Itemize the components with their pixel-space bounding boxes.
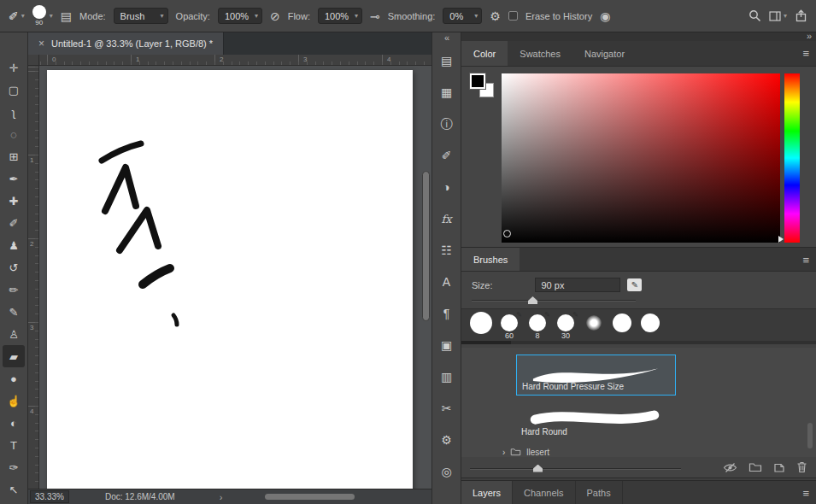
properties-icon[interactable]: ◑ [436, 176, 458, 198]
tab-paths[interactable]: Paths [576, 481, 623, 504]
brush-folder-row[interactable]: › llesert [502, 445, 549, 457]
horizontal-scrollbar[interactable] [265, 494, 355, 500]
direct-selection-tool[interactable]: ↖ [3, 478, 25, 501]
foreground-color-swatch[interactable] [470, 73, 485, 89]
collapse-panels-button[interactable]: « [432, 32, 461, 43]
toggle-preview-button[interactable] [723, 462, 737, 475]
document-tab[interactable]: × Untitled-1 @ 33.3% (Layer 1, RGB/8) * [28, 32, 224, 55]
move-tool[interactable]: ✛ [3, 56, 25, 79]
mixer-brush-tool[interactable]: ✎ [3, 301, 25, 323]
status-expand-chevron[interactable]: › [220, 492, 223, 502]
opacity-select[interactable]: 100% ▾ [218, 8, 262, 24]
tool-presets-icon[interactable]: ✂ [436, 397, 458, 419]
histogram-icon[interactable]: ◎ [436, 460, 458, 483]
paragraph-icon[interactable]: ¶ [436, 302, 458, 325]
eraser-tool[interactable]: ▰ [3, 345, 25, 367]
hue-slider[interactable] [784, 73, 800, 243]
brush-settings-edit-button[interactable]: ✎ [627, 278, 642, 291]
presets-scrollbar-thumb[interactable] [461, 341, 511, 344]
expand-panels-button[interactable]: » [807, 31, 811, 41]
brush-settings-icon[interactable]: ✐ [436, 144, 458, 167]
brush-list-item[interactable]: Hard Round Pressure Size [516, 355, 676, 396]
glyphs-icon[interactable]: ⚙ [436, 429, 458, 451]
brush-list-item[interactable]: Hard Round [516, 399, 676, 440]
presets-scrollbar[interactable] [461, 341, 816, 344]
brush-preset[interactable] [583, 312, 605, 339]
brush-preset[interactable]: ✎ 8 [526, 312, 549, 340]
canvas[interactable] [47, 70, 413, 489]
ruler-number: 2 [30, 240, 33, 248]
lasso-tool[interactable]: ʅ [3, 101, 25, 123]
vertical-scrollbar[interactable] [422, 171, 430, 321]
stroke-preview-slider[interactable] [470, 464, 681, 473]
marquee-tool[interactable]: ▢ [3, 79, 25, 101]
search-button[interactable] [748, 9, 761, 22]
brush-preset[interactable]: ✎ 30 [555, 312, 577, 340]
share-button[interactable] [795, 9, 807, 23]
slider-thumb[interactable] [528, 296, 537, 304]
slider-thumb[interactable] [533, 465, 543, 472]
panel-menu-icon[interactable]: ≡ [802, 487, 809, 500]
pattern-stamp-tool[interactable]: ♙ [3, 323, 25, 345]
delete-brush-button[interactable] [796, 461, 807, 475]
healing-brush-tool[interactable]: ✚ [3, 190, 25, 212]
notes-icon[interactable]: ▥ [436, 366, 458, 388]
lasso-icon: ʅ [13, 107, 15, 118]
tab-color[interactable]: Color [461, 41, 508, 66]
brush-preset[interactable] [611, 312, 633, 341]
tab-layers[interactable]: Layers [461, 481, 513, 504]
flow-select[interactable]: 100% ▾ [318, 8, 362, 24]
tool-preset-dropdown[interactable]: ✐ ▾ [9, 9, 25, 23]
eyedropper-tool[interactable]: ✒ [3, 167, 25, 190]
erase-to-history-checkbox[interactable] [508, 11, 518, 21]
close-icon[interactable]: × [38, 38, 44, 50]
airbrush-button[interactable]: ⊸ [370, 10, 380, 22]
brush-size-slider[interactable] [472, 296, 636, 305]
opacity-pressure-button[interactable]: ⊘ [270, 10, 280, 22]
brush-size-field[interactable]: 90 px [535, 278, 620, 292]
new-brush-button[interactable] [773, 462, 785, 475]
pencil-tool[interactable]: ✏ [3, 278, 25, 301]
workspace-switcher[interactable]: ▾ [769, 11, 787, 21]
character-icon[interactable]: A [436, 271, 458, 293]
brush-preset-picker[interactable]: 90 ▾ [32, 5, 53, 26]
smoothing-gear-button[interactable]: ⚙ [490, 10, 501, 22]
brush-preset[interactable]: ✎ 60 [498, 312, 520, 340]
dodge-tool[interactable]: ◐ [3, 412, 25, 434]
presets-icon[interactable]: ▤ [436, 50, 458, 72]
brush-settings-toggle-button[interactable]: ▤ [61, 10, 72, 22]
brush-list-scrollbar[interactable] [807, 423, 813, 448]
brush-tool[interactable]: ✐ [3, 212, 25, 234]
blur-tool[interactable]: ● [3, 367, 25, 390]
hue-slider-marker[interactable] [778, 236, 784, 243]
crop-tool[interactable]: ⊞ [3, 145, 25, 167]
saturation-brightness-field[interactable] [502, 73, 780, 243]
brush-preset[interactable] [470, 312, 492, 343]
panel-menu-icon[interactable]: ≡ [802, 47, 809, 60]
brush-preset[interactable] [639, 312, 661, 341]
crop-icon: ⊞ [9, 151, 19, 162]
size-pressure-button[interactable]: ◉ [600, 10, 610, 22]
zoom-field[interactable]: 33.33% [30, 490, 69, 503]
quick-selection-tool[interactable]: ◌ [3, 123, 25, 145]
clone-stamp-tool[interactable]: ♟ [3, 234, 25, 256]
actions-icon[interactable]: ☷ [436, 239, 458, 261]
new-group-button[interactable] [748, 462, 762, 474]
tab-channels[interactable]: Channels [513, 481, 575, 504]
color-field-cursor[interactable] [503, 230, 511, 237]
tab-swatches[interactable]: Swatches [508, 41, 572, 66]
smoothing-select[interactable]: 0% ▾ [443, 8, 482, 24]
mode-select[interactable]: Brush ▾ [114, 8, 168, 24]
history-brush-tool[interactable]: ↺ [3, 256, 25, 278]
libraries-icon[interactable]: ▣ [436, 334, 458, 356]
pen-tool[interactable]: ✑ [3, 456, 25, 478]
panel-menu-icon[interactable]: ≡ [802, 254, 809, 267]
tab-brushes[interactable]: Brushes [461, 248, 520, 271]
smudge-tool[interactable]: ☝ [3, 390, 25, 412]
pressure-pen-icon: ✎ [572, 311, 578, 319]
adjustments-icon[interactable]: ▦ [436, 81, 458, 103]
tab-navigator[interactable]: Navigator [572, 41, 637, 66]
styles-icon[interactable]: fx [436, 208, 458, 230]
type-tool[interactable]: T [3, 434, 25, 456]
info-icon[interactable]: ⓘ [436, 113, 458, 135]
